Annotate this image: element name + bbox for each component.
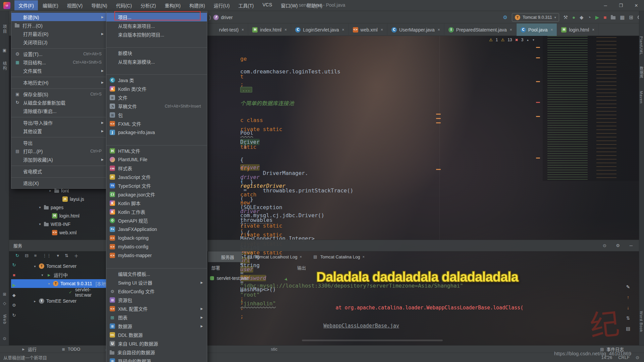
menu-item[interactable]: 编辑文件模板... bbox=[106, 269, 207, 278]
tree-row[interactable]: login.html bbox=[0, 212, 108, 220]
edit-icon[interactable]: ✎ bbox=[626, 284, 630, 290]
menu-item[interactable] bbox=[106, 66, 207, 75]
web-stripe-button[interactable]: Web bbox=[2, 314, 7, 324]
minimize-button[interactable]: ─ bbox=[598, 0, 613, 11]
menu-bar-item[interactable]: 视图(V) bbox=[63, 0, 87, 10]
breadcrumb-symbol[interactable]: driver bbox=[221, 15, 233, 20]
chevron-icon[interactable]: ▸ bbox=[48, 189, 52, 192]
group-icon[interactable]: ⋮⋮ bbox=[42, 253, 51, 258]
menu-item[interactable]: mybatis-mapper bbox=[106, 251, 207, 260]
target-icon[interactable]: ⊙ bbox=[603, 243, 606, 248]
menu-item[interactable]: 保存全部(S) Ctrl+S bbox=[11, 90, 108, 98]
menu-item[interactable]: OpenAPI 规范 bbox=[106, 216, 207, 225]
menu-item[interactable]: 关闭项目(J) bbox=[11, 38, 108, 46]
menu-item[interactable]: 新模块 bbox=[106, 49, 207, 57]
tree-row[interactable]: layui.js bbox=[0, 195, 108, 203]
structure-stripe-button[interactable]: 结构 bbox=[2, 61, 7, 71]
menu-item[interactable]: 打印...(P) Ctrl+P bbox=[11, 147, 108, 155]
menu-item[interactable]: 清除缓存/重启... bbox=[11, 107, 108, 115]
project-stripe-button[interactable]: 项目 bbox=[2, 24, 7, 34]
menu-bar-item[interactable]: 工具(T) bbox=[234, 0, 258, 10]
collapse-icon[interactable]: ⊟ bbox=[25, 253, 29, 258]
add-service-icon[interactable]: ＋ bbox=[74, 252, 78, 259]
menu-item[interactable]: 省电模式 bbox=[11, 167, 108, 175]
chevron-icon[interactable]: ▾ bbox=[33, 264, 37, 268]
refresh-icon[interactable]: ↻ bbox=[15, 253, 19, 258]
menu-item[interactable]: 新建(N) ▶ bbox=[11, 13, 108, 21]
run-button[interactable]: ▶ bbox=[595, 14, 599, 20]
menu-item[interactable] bbox=[11, 175, 108, 178]
maximize-button[interactable]: ❐ bbox=[613, 0, 629, 11]
menu-item[interactable]: 从现有来源项目... bbox=[106, 21, 207, 30]
menu-item[interactable]: HTML文件 bbox=[106, 146, 207, 155]
close-tab-icon[interactable]: × bbox=[241, 27, 244, 32]
scroll-end-icon[interactable]: ▤ bbox=[626, 326, 630, 331]
console-tab[interactable]: Tomcat Catalina Log × bbox=[307, 251, 370, 262]
menu-item[interactable]: 设置(T)... Ctrl+Alt+S bbox=[11, 50, 108, 58]
filter-icon[interactable]: ▾ bbox=[57, 253, 59, 258]
menu-item[interactable] bbox=[11, 115, 108, 117]
service-row[interactable]: ▾ 运行中 bbox=[11, 270, 108, 279]
tree-row[interactable]: web.xml bbox=[0, 228, 108, 237]
menu-item[interactable] bbox=[11, 75, 108, 77]
menu-item[interactable]: Kotlin 类/文件 bbox=[106, 84, 207, 93]
chevron-icon[interactable]: ▾ bbox=[38, 222, 42, 226]
hide-panel-icon[interactable]: ─ bbox=[630, 243, 633, 248]
menu-item[interactable]: 文件属性 ▶ bbox=[11, 66, 108, 75]
menu-item[interactable] bbox=[106, 39, 207, 48]
inspection-widget[interactable]: ⚠1 ⚠13 ✖3 ▲ ▼ bbox=[489, 38, 535, 42]
tree-row[interactable]: ▾ WEB-INF bbox=[0, 220, 108, 228]
code-minimap[interactable] bbox=[543, 34, 639, 181]
favorites-stripe-icon[interactable]: ◇ bbox=[3, 301, 6, 306]
close-tab-icon[interactable]: × bbox=[381, 27, 383, 32]
close-tab-icon[interactable]: × bbox=[284, 27, 287, 32]
menu-item[interactable]: 来自版本控制的项目... bbox=[106, 30, 207, 39]
gear-icon[interactable]: ⚙ bbox=[616, 243, 620, 248]
debug-icon[interactable]: ● bbox=[572, 14, 575, 20]
menu-item[interactable]: JavaScript 文件 bbox=[106, 173, 207, 181]
lock-icon[interactable]: ⊙ bbox=[636, 355, 639, 360]
start-icon[interactable]: ▶ bbox=[12, 283, 16, 288]
tree-row[interactable]: ▾ pages bbox=[0, 203, 108, 212]
menu-bar-item[interactable]: 代码(C) bbox=[112, 0, 136, 10]
menu-item[interactable] bbox=[11, 46, 108, 49]
menu-item[interactable]: 路径中的数据源 bbox=[106, 357, 207, 362]
maven-stripe-button[interactable]: Maven bbox=[639, 91, 643, 104]
down-arrow-icon[interactable]: ↓ bbox=[627, 305, 629, 310]
stop-button[interactable]: ■ bbox=[603, 14, 606, 20]
profiler-icon[interactable]: ◔ bbox=[588, 14, 591, 20]
menu-item[interactable]: DDL 数据源 bbox=[106, 330, 207, 339]
menu-item[interactable]: Java 类 bbox=[106, 76, 207, 84]
menu-item[interactable]: 从现有来源模块... bbox=[106, 57, 207, 66]
next-issue-icon[interactable]: ▼ bbox=[532, 39, 535, 42]
run-config-selector[interactable]: Tomcat 9.0.311 ▾ bbox=[512, 13, 559, 22]
menu-item[interactable]: 文件 bbox=[106, 93, 207, 102]
menu-item[interactable] bbox=[11, 86, 108, 89]
menu-item[interactable]: Kotlin 工作表 bbox=[106, 207, 207, 216]
stripe-mark-error[interactable] bbox=[536, 102, 540, 103]
editor-tab[interactable]: rvlet-test) × bbox=[207, 23, 248, 36]
tool-window-button[interactable]: TODO bbox=[61, 346, 80, 352]
list-icon[interactable]: ≡ bbox=[34, 253, 37, 258]
menu-item[interactable]: 打开...(O) bbox=[11, 21, 108, 29]
menu-item[interactable]: 数据源 ▶ bbox=[106, 322, 207, 330]
menu-item[interactable]: 项目结构... Ctrl+Alt+Shift+S bbox=[11, 58, 108, 66]
menu-item[interactable]: 图表 ▶ bbox=[106, 313, 207, 322]
close-tab-icon[interactable]: × bbox=[550, 27, 553, 32]
coverage-icon[interactable]: ◆ bbox=[580, 14, 584, 20]
wordbook-stripe-button[interactable]: Word Book bbox=[639, 311, 643, 332]
service-row[interactable]: ▾ Tomcat Server bbox=[11, 262, 108, 270]
menu-item[interactable]: mybatis-config bbox=[106, 242, 207, 251]
menu-item[interactable]: 项目... bbox=[106, 13, 207, 21]
menu-item[interactable] bbox=[11, 164, 108, 166]
menu-item[interactable]: XML 配置文件 ▶ bbox=[106, 304, 207, 313]
close-tab-icon[interactable]: × bbox=[342, 27, 344, 32]
stripe-mark[interactable] bbox=[536, 57, 540, 58]
menu-item[interactable]: 添加到收藏(A) ▶ bbox=[11, 155, 108, 164]
rerun-icon[interactable]: ↻ bbox=[12, 262, 16, 267]
menu-item[interactable]: Kotlin 脚本 bbox=[106, 199, 207, 207]
menu-item[interactable]: 草稿文件 Ctrl+Alt+Shift+Insert bbox=[106, 102, 207, 111]
chevron-icon[interactable]: ▾ bbox=[47, 282, 51, 286]
menu-item[interactable]: JavaFXApplication bbox=[106, 225, 207, 234]
menu-item[interactable]: 资源包 bbox=[106, 296, 207, 304]
